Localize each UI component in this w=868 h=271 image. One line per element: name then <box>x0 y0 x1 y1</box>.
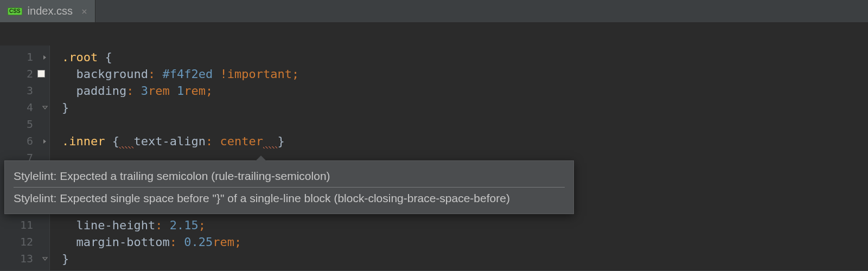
fold-close-icon[interactable] <box>42 105 48 111</box>
line-number: 13 <box>0 250 49 267</box>
code-content[interactable]: .root { background: #f4f2ed !important; … <box>50 46 868 270</box>
line-number: 5 <box>0 116 49 133</box>
code-editor[interactable]: 1 2 3 4 5 6 7 8 9 10 11 12 13 .root { ba… <box>0 46 868 270</box>
code-line[interactable]: margin-bottom: 0.25rem; <box>62 234 868 250</box>
line-number-gutter: 1 2 3 4 5 6 7 8 9 10 11 12 13 <box>0 46 50 270</box>
color-swatch-icon[interactable] <box>37 70 45 78</box>
tab-bar: CSS index.css × <box>0 0 868 23</box>
line-number: 1 <box>0 49 49 66</box>
line-number: 2 <box>0 66 49 82</box>
line-number: 6 <box>0 133 49 150</box>
fold-close-icon[interactable] <box>42 256 48 262</box>
lint-tooltip: Stylelint: Expected a trailing semicolon… <box>4 160 574 214</box>
fold-open-icon[interactable] <box>42 138 48 145</box>
fold-open-icon[interactable] <box>42 54 48 61</box>
line-number: 11 <box>0 217 49 234</box>
lint-warning-marker[interactable] <box>263 133 278 150</box>
line-number: 12 <box>0 234 49 250</box>
code-line[interactable]: .root { <box>62 49 868 66</box>
code-line[interactable]: background: #f4f2ed !important; <box>62 66 868 82</box>
tooltip-pointer-icon <box>256 156 266 161</box>
tooltip-message: Stylelint: Expected single space before … <box>14 189 565 208</box>
close-icon[interactable]: × <box>81 5 87 17</box>
code-line[interactable]: padding: 3rem 1rem; <box>62 82 868 99</box>
code-line[interactable]: } <box>62 99 868 116</box>
css-file-icon: CSS <box>8 8 22 15</box>
line-number: 3 <box>0 82 49 99</box>
code-line[interactable]: } <box>62 250 868 267</box>
code-line[interactable]: .inner { text-align: center } <box>62 133 868 150</box>
tab-filename: index.css <box>28 5 73 17</box>
code-line[interactable] <box>62 116 868 133</box>
tooltip-divider <box>14 187 565 188</box>
code-line[interactable]: line-height: 2.15; <box>62 217 868 234</box>
line-number: 4 <box>0 99 49 116</box>
file-tab[interactable]: CSS index.css × <box>0 0 95 22</box>
lint-warning-marker[interactable] <box>119 133 134 150</box>
breadcrumb-bar <box>0 23 868 46</box>
tooltip-message: Stylelint: Expected a trailing semicolon… <box>14 166 565 186</box>
